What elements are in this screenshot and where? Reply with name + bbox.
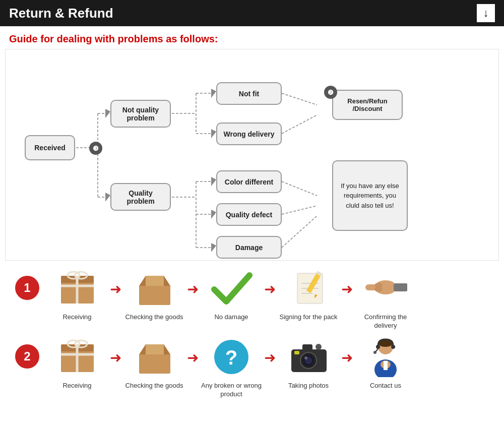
person-icon [358,334,413,380]
svg-rect-66 [302,344,312,351]
svg-rect-74 [384,361,388,370]
svg-text:?: ? [225,346,237,369]
step-label: Contact us [370,382,401,390]
step-label: No damage [214,313,248,322]
svg-marker-35 [139,286,170,293]
arrow-2-4: ➜ [341,349,353,366]
arrow-2-1: ➜ [110,349,121,366]
svg-marker-56 [139,344,146,354]
step-contact: Contact us [353,334,418,390]
step-label: Any broken or wrong product [199,382,264,399]
camera-icon [281,334,336,380]
svg-marker-57 [164,344,170,354]
svg-marker-21 [211,129,216,138]
svg-marker-19 [105,193,110,202]
svg-rect-46 [394,283,407,291]
step-label: Taking photos [288,382,329,390]
svg-marker-34 [146,276,164,286]
step-label: Receiving [62,382,91,390]
step-number-2: 2 [15,344,39,369]
step-receiving-2: Receiving [44,334,110,390]
svg-line-17 [282,216,317,248]
arrow-2-3: ➜ [264,349,276,366]
box-open-icon-2 [127,334,182,380]
box-quality-problem: Quality problem [110,183,171,211]
checkmark-icon [204,266,259,311]
box-quality-defect: Quality defect [216,203,282,226]
process-section: 1 Receiving ➜ [0,261,504,399]
box-resen-refund: Resen/Refun/Discount [332,90,403,120]
svg-rect-67 [294,351,299,354]
svg-marker-22 [211,177,216,186]
box-wrong-delivery: Wrong delivery [216,123,282,145]
handshake-icon [358,266,413,311]
pencil-icon [281,266,336,311]
header-arrow-icon: ↓ [477,4,495,22]
question-icon: ? [204,334,259,380]
box-closed-icon-2 [49,334,105,380]
svg-marker-32 [139,276,146,286]
box-damage: Damage [216,236,282,259]
svg-point-48 [374,287,383,292]
step-number-1: 1 [15,276,39,300]
box-not-fit: Not fit [216,82,282,105]
page-title: Return & Refund [9,6,113,21]
step-label: Checking the goods [125,313,183,322]
step-no-damage: No damage [199,266,264,322]
svg-point-78 [373,351,376,354]
svg-point-76 [391,345,395,349]
svg-marker-33 [164,276,170,286]
step-receiving-1: Receiving [44,266,110,322]
svg-marker-18 [105,109,110,118]
svg-point-75 [376,345,380,349]
marker-3: ❸ [89,142,102,155]
box-requirements: If you have any else requirements, you c… [332,160,408,231]
svg-line-13 [282,93,317,105]
box-not-quality-problem: Not quality problem [110,100,171,128]
step-checking-1: Checking the goods [121,266,187,322]
box-received: Received [25,135,75,160]
step-broken: ? Any broken or wrong product [199,334,264,399]
svg-marker-58 [146,344,164,354]
guide-subtitle: Guide for dealing with problems as follo… [0,26,504,49]
process-row-1: 1 Receiving ➜ [15,266,489,330]
svg-line-14 [282,115,317,134]
arrow-1-4: ➜ [341,281,353,297]
svg-point-69 [304,356,307,359]
header: Return & Refund ↓ [0,0,504,26]
step-label: Confirming the delivery [353,313,418,330]
step-confirming: Confirming the delivery [353,266,418,330]
arrow-1-3: ➜ [264,281,276,297]
svg-marker-23 [211,210,216,219]
process-steps-2: Receiving ➜ Checking the goods ➜ [44,334,489,399]
step-label: Signing for the pack [280,313,338,322]
box-closed-icon [49,266,105,311]
step-label: Checking the goods [125,382,183,390]
svg-line-15 [282,181,317,196]
process-row-2: 2 Receiving ➜ [15,334,489,399]
svg-line-16 [282,206,317,214]
box-open-icon [127,266,182,311]
arrow-1-2: ➜ [187,281,199,297]
svg-marker-24 [211,243,216,252]
process-steps-1: Receiving ➜ [44,266,489,330]
step-taking-photos: Taking photos [276,334,341,390]
flowchart: Received ❸ Not quality problem Quality p… [15,49,498,256]
step-label: Receiving [62,313,91,322]
svg-marker-59 [139,354,170,362]
step-checking-2: Checking the goods [121,334,187,390]
box-color-different: Color different [216,170,282,193]
arrow-1-1: ➜ [110,281,121,297]
svg-point-68 [316,344,322,350]
marker-2: ❷ [324,86,337,99]
arrow-2-2: ➜ [187,349,199,366]
step-signing: Signing for the pack [276,266,341,322]
svg-marker-20 [211,89,216,98]
flowchart-section: Received ❸ Not quality problem Quality p… [5,49,499,261]
